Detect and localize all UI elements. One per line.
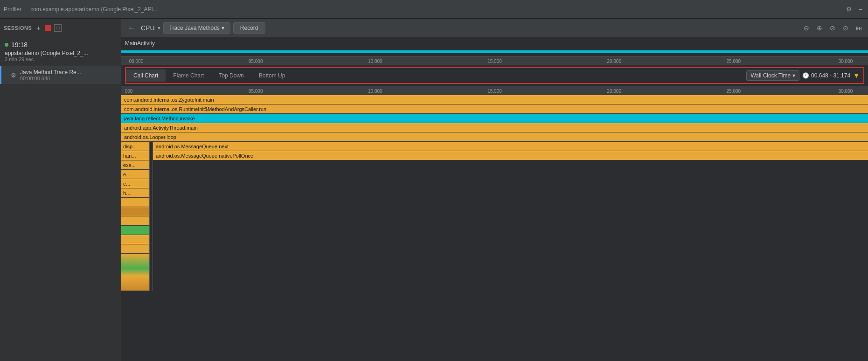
add-session-button[interactable]: + [35,23,42,33]
wall-clock-dropdown[interactable]: Wall Clock Time ▾ [746,70,799,81]
nested-cell-disp[interactable]: disp... [121,142,149,151]
profile-toolbar: ← CPU ▾ Trace Java Methods ▾ Record ⊖ ⊕ … [121,19,868,37]
nested-divider [149,142,153,291]
top-bar: Profiler | com.example.appstartdemo (Goo… [0,0,868,19]
nested-content: disp... han... exe... e... e... [121,142,868,291]
active-indicator [5,43,8,47]
top-bar-sep: | [25,6,27,13]
zoom-in-button[interactable]: ⊕ [815,23,824,33]
tab-call-chart[interactable]: Call Chart [126,69,166,82]
tab-bottom-up[interactable]: Bottom Up [251,69,293,82]
sessions-label: SESSIONS [4,25,32,31]
skip-end-button[interactable]: ⏭ [854,23,864,33]
nested-cell-e2[interactable]: e... [121,179,149,188]
trace-dropdown-icon: ▾ [222,25,224,31]
tab-flame-chart[interactable]: Flame Chart [166,69,211,82]
cpu-label: CPU [141,24,155,32]
sidebar-toolbar: SESSIONS + □ [0,19,121,37]
tab-bottom-up-label: Bottom Up [259,72,285,79]
ruler2-tick-5: 25.000 [727,89,741,94]
trace-method-label: Trace Java Methods [169,25,220,31]
trace-time: 00:00:00.648 [20,76,81,81]
stop-button[interactable] [45,25,51,31]
tab-flame-chart-label: Flame Chart [173,72,204,79]
timeline-header: MainActivity 00.000 05.000 10.000 15.000… [121,37,868,65]
thread-label: MainActivity [121,39,868,49]
tab-call-chart-label: Call Chart [133,72,158,79]
ruler2-tick-3: 15.000 [487,89,502,94]
session-item[interactable]: 19:18 appstartdemo (Google Pixel_2_... 2… [0,37,121,66]
wall-clock-arrow: ▾ [792,72,795,79]
tick-0: 00.000 [129,59,144,64]
nested-cell-han-label: han... [123,153,136,159]
zoom-out-button[interactable]: ⊖ [802,23,811,33]
chart-row-2-label: java.lang.reflect.Method.invoke [121,116,195,121]
tab-right: Wall Clock Time ▾ 🕐 00.648 - 31.174 ▼ [746,70,863,81]
chart-row-4[interactable]: android.os.Looper.loop [121,132,868,142]
tick-3: 15.000 [487,59,502,64]
nested-cell-extra1 [121,198,149,207]
nested-cell-extra4 [121,235,149,244]
session-time-label: 19:18 [11,41,28,49]
chart-row-1[interactable]: com.android.internal.os.RuntimeInit$Meth… [121,104,868,114]
nested-cell-han[interactable]: han... [121,151,149,160]
ruler2-tick-1: 05.000 [249,89,263,94]
empty-chart-area [153,160,868,291]
chart-row-4-label: android.os.Looper.loop [121,134,176,140]
back-button[interactable]: ← [125,23,138,33]
settings-button[interactable]: ⚙ [844,5,854,14]
ruler2-tick-4: 20.000 [607,89,621,94]
sidebar: SESSIONS + □ 19:18 appstartdemo (Google … [0,19,121,361]
trace-item[interactable]: ⚙ Java Method Trace Re... 00:00:00.648 [0,66,121,84]
reset-zoom-button[interactable]: ⊘ [828,23,837,33]
nested-cell-e1[interactable]: e... [121,170,149,179]
minimize-button[interactable]: − [857,5,864,14]
time-range-value: 00.648 - 31.174 [811,72,850,79]
cpu-dropdown-arrow[interactable]: ▾ [158,25,160,31]
nested-cell-extra2 [121,207,149,216]
timeline-bar [121,49,868,55]
wall-clock-label: Wall Clock Time [750,72,791,79]
nested-cell-h[interactable]: h... [121,188,149,198]
fit-button[interactable]: ⊙ [841,23,850,33]
chart-row-3[interactable]: android.app.ActivityThread.main [121,123,868,132]
nested-cell-bottom [121,254,149,291]
tick-2: 10.000 [368,59,382,64]
ruler2-tick-6: 30.000 [839,89,853,94]
filter-icon[interactable]: ▼ [853,72,860,79]
right-controls: ⊖ ⊕ ⊘ ⊙ ⏭ [802,23,864,33]
nested-cell-exe[interactable]: exe... [121,160,149,170]
chart-row-2[interactable]: java.lang.reflect.Method.invoke [121,114,868,123]
msgqueue-poll-row[interactable]: android.os.MessageQueue.nativePollOnce [153,151,868,160]
nested-cell-e2-label: e... [123,181,130,187]
teal-bar [121,50,868,53]
tab-top-down[interactable]: Top Down [211,69,251,82]
gear-icon: ⚙ [11,72,16,79]
chart-row-0[interactable]: com.android.internal.os.ZygoteInit.main [121,95,868,104]
session-duration: 2 min 29 sec [5,56,116,62]
time-ruler: 00.000 05.000 10.000 15.000 20.000 25.00… [121,56,868,65]
tick-6: 30.000 [839,59,853,64]
layout-button[interactable]: □ [54,24,62,32]
tick-5: 25.000 [727,59,741,64]
trace-name: Java Method Trace Re... [20,69,81,76]
content-area: ← CPU ▾ Trace Java Methods ▾ Record ⊖ ⊕ … [121,19,868,361]
nested-cell-exe-label: exe... [123,162,136,168]
trace-method-dropdown[interactable]: Trace Java Methods ▾ [163,22,230,34]
app-tab[interactable]: com.example.appstartdemo (Google Pixel_2… [30,6,158,13]
chart-row-0-label: com.android.internal.os.ZygoteInit.main [121,97,214,103]
msgqueue-next-row[interactable]: android.os.MessageQueue.next [153,142,868,151]
tab-bar: Call Chart Flame Chart Top Down Bottom U… [125,67,864,84]
chart-row-3-label: android.app.ActivityThread.main [121,125,198,131]
ruler2-tick-0: 000 [125,89,133,94]
nested-cell-green [121,226,149,235]
main-layout: SESSIONS + □ 19:18 appstartdemo (Google … [0,19,868,361]
trace-info: Java Method Trace Re... 00:00:00.648 [20,69,81,81]
record-button[interactable]: Record [233,22,265,34]
time-range: 🕐 00.648 - 31.174 [802,72,850,79]
tick-1: 05.000 [249,59,263,64]
nested-cell-h-label: h... [123,190,130,196]
call-chart[interactable]: com.android.internal.os.ZygoteInit.main … [121,95,868,361]
tick-4: 20.000 [607,59,621,64]
chart-row-1-label: com.android.internal.os.RuntimeInit$Meth… [121,106,266,112]
